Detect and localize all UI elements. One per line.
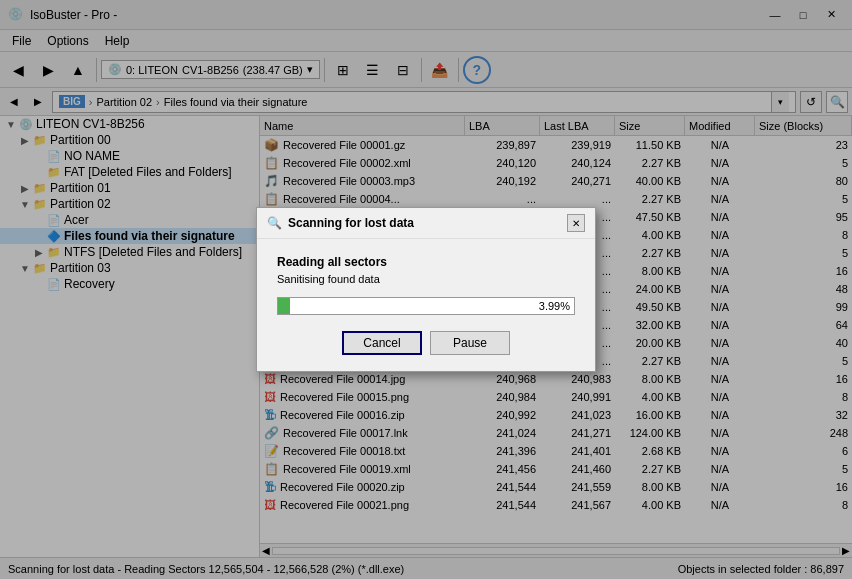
- pause-button[interactable]: Pause: [430, 331, 510, 355]
- modal-titlebar: 🔍 Scanning for lost data ✕: [257, 208, 595, 239]
- progress-percent-label: 3.99%: [539, 300, 570, 312]
- modal-body: Reading all sectors Sanitising found dat…: [257, 239, 595, 371]
- scanning-modal: 🔍 Scanning for lost data ✕ Reading all s…: [256, 207, 596, 372]
- cancel-button[interactable]: Cancel: [342, 331, 422, 355]
- modal-icon: 🔍: [267, 216, 282, 230]
- modal-overlay: 🔍 Scanning for lost data ✕ Reading all s…: [0, 0, 852, 579]
- modal-buttons: Cancel Pause: [277, 331, 575, 355]
- modal-heading: Reading all sectors: [277, 255, 575, 269]
- progress-bar-fill: [278, 298, 290, 314]
- modal-title: Scanning for lost data: [288, 216, 561, 230]
- modal-close-button[interactable]: ✕: [567, 214, 585, 232]
- modal-subtext: Sanitising found data: [277, 273, 575, 285]
- progress-bar-container: 3.99%: [277, 297, 575, 315]
